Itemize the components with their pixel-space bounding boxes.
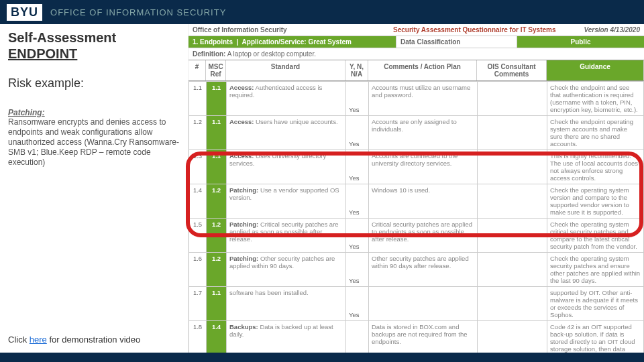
column-headers: # MSC Ref Standard Y, N, N/A Comments / … — [189, 60, 644, 81]
cell-num: 1.2 — [189, 116, 207, 150]
row2-public: Public — [517, 36, 644, 48]
table-row: 1.41.2Patching: Use a vendor supported O… — [189, 184, 644, 219]
cell-msc: 1.1 — [207, 287, 227, 321]
cell-com: Accounts are only assigned to individual… — [369, 116, 478, 150]
cell-ois — [478, 184, 547, 219]
col-msc: MSC Ref — [206, 60, 226, 80]
cell-ois — [478, 82, 547, 116]
cell-msc: 1.1 — [207, 82, 227, 116]
video-pre: Click — [8, 335, 30, 345]
col-yn: Y, N, N/A — [345, 60, 368, 80]
cell-std: Access: Users have unique accounts. — [227, 116, 346, 150]
cell-std: Patching: Use a vendor supported OS vers… — [227, 184, 346, 219]
cell-msc: 1.2 — [207, 253, 227, 287]
table-row: 1.11.1Access: Authenticated access is re… — [189, 82, 644, 116]
cell-num: 1.4 — [189, 184, 207, 219]
risk-heading: Risk example: — [8, 76, 180, 90]
cell-num: 1.1 — [189, 82, 207, 116]
patch-body: Ransomware encrypts and denies access to… — [8, 117, 180, 168]
cell-guid: Check the operating system version and c… — [547, 184, 644, 219]
spreadsheet-panel: Office of Information Security Security … — [188, 24, 644, 353]
table-row: 1.51.2Patching: Critical security patche… — [189, 219, 644, 253]
cell-num: 1.3 — [189, 150, 207, 184]
row2-dc: Data Classification — [396, 36, 517, 48]
table-row: 1.31.1Access: Uses University directory … — [189, 150, 644, 184]
cell-std: Access: Authenticated access is required… — [227, 82, 346, 116]
office-title: OFFICE OF INFORMATION SECURITY — [50, 7, 226, 17]
col-std: Standard — [226, 60, 345, 80]
cell-ois — [478, 219, 547, 253]
top-bar: BYU OFFICE OF INFORMATION SECURITY — [0, 0, 644, 24]
cell-yn: Yes — [346, 82, 369, 116]
page-title: Self-Assessment ENDPOINT — [8, 29, 180, 62]
cell-guid: Check the endpoint and see that authenti… — [547, 82, 644, 116]
cell-ois — [478, 116, 547, 150]
footer-bar — [0, 353, 644, 362]
main-area: Self-Assessment ENDPOINT Risk example: P… — [0, 24, 644, 353]
row2-endpoints: 1. Endpoints | Application/Service: Grea… — [189, 36, 396, 48]
table-row: 1.61.2Patching: Other security patches a… — [189, 253, 644, 287]
hdr-title: Security Assessment Questionnaire for IT… — [389, 24, 564, 36]
cell-com: Other security patches are applied withi… — [369, 253, 478, 287]
cell-msc: 1.2 — [207, 184, 227, 219]
sheet-header: Office of Information Security Security … — [189, 24, 644, 36]
hdr-version: Version 4/13/2020 — [564, 24, 644, 36]
cell-com: Critical security patches are applied to… — [369, 219, 478, 253]
title-line2: ENDPOINT — [8, 46, 77, 61]
definition-row: Definition: A laptop or desktop computer… — [189, 48, 644, 60]
defn-label: Definition: — [193, 50, 225, 58]
sheet-row2: 1. Endpoints | Application/Service: Grea… — [189, 36, 644, 48]
video-link-line: Click here for demonstration video — [8, 335, 140, 345]
cell-guid: Check the operating system critical secu… — [547, 219, 644, 253]
cell-ois — [478, 253, 547, 287]
cell-yn: Yes — [346, 184, 369, 219]
cell-std: Patching: Critical security patches are … — [227, 219, 346, 253]
cell-yn: Yes — [346, 253, 369, 287]
cell-msc: 1.2 — [207, 219, 227, 253]
cell-com: Accounts must utilize an username and pa… — [369, 82, 478, 116]
cell-msc: 1.1 — [207, 150, 227, 184]
cell-ois — [478, 287, 547, 321]
cell-yn: Yes — [346, 287, 369, 321]
cell-com — [369, 287, 478, 321]
cell-guid: Check the operating system security patc… — [547, 253, 644, 287]
col-num: # — [189, 60, 206, 80]
hdr-office: Office of Information Security — [189, 24, 389, 36]
patch-block: Patching: Ransomware encrypts and denies… — [8, 108, 180, 168]
cell-std: Patching: Other security patches are app… — [227, 253, 346, 287]
left-panel: Self-Assessment ENDPOINT Risk example: P… — [0, 24, 188, 353]
table-row: 1.71.1software has been installed.Yessup… — [189, 287, 644, 321]
video-link[interactable]: here — [30, 335, 47, 345]
byu-logo: BYU — [7, 4, 42, 21]
cell-msc: 1.1 — [207, 116, 227, 150]
cell-num: 1.7 — [189, 287, 207, 321]
video-post: for demonstration video — [47, 335, 140, 345]
cell-guid: supported by OIT. Other anti-malware is … — [547, 287, 644, 321]
cell-com: Accounts are connected to the university… — [369, 150, 478, 184]
defn-text: A laptop or desktop computer. — [225, 50, 316, 58]
cell-com: Windows 10 is used. — [369, 184, 478, 219]
cell-guid: Check the endpoint operating system acco… — [547, 116, 644, 150]
col-guid: Guidance — [547, 60, 644, 80]
cell-yn: Yes — [346, 116, 369, 150]
cell-std: Access: Uses University directory servic… — [227, 150, 346, 184]
col-ois: OIS Consultant Comments — [477, 60, 547, 80]
cell-guid: This is highly recommended. The use of l… — [547, 150, 644, 184]
data-table: 1.11.1Access: Authenticated access is re… — [189, 81, 644, 362]
cell-num: 1.5 — [189, 219, 207, 253]
cell-yn: Yes — [346, 150, 369, 184]
patch-label: Patching: — [8, 108, 45, 117]
title-line1: Self-Assessment — [8, 30, 116, 45]
cell-std: software has been installed. — [227, 287, 346, 321]
cell-yn: Yes — [346, 219, 369, 253]
cell-ois — [478, 150, 547, 184]
table-row: 1.21.1Access: Users have unique accounts… — [189, 116, 644, 150]
col-com: Comments / Action Plan — [368, 60, 477, 80]
cell-num: 1.6 — [189, 253, 207, 287]
